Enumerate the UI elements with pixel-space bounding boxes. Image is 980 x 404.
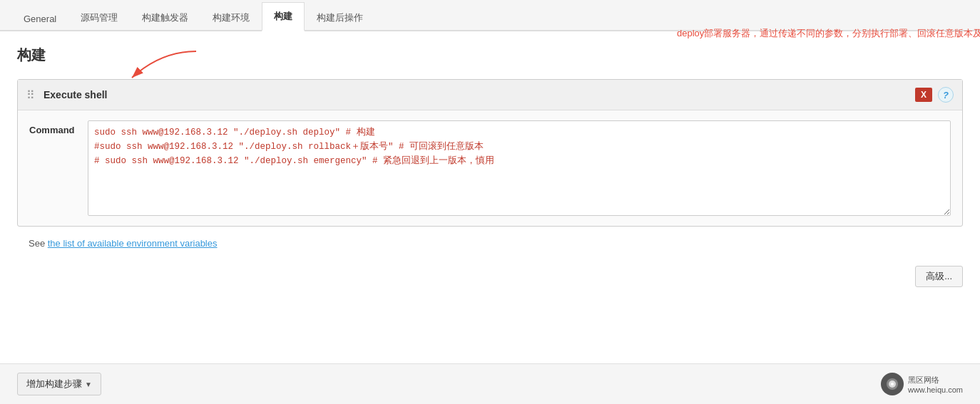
watermark: 黑区网络 www.heiqu.com [881, 373, 963, 388]
build-step-header: ⠿ Execute shell X ? [18, 80, 962, 110]
tab-bar: General 源码管理 构建触发器 构建环境 构建 构建后操作 [0, 0, 980, 31]
env-vars-note: See the list of available environment va… [17, 238, 963, 249]
tab-triggers[interactable]: 构建触发器 [130, 4, 200, 31]
main-content: 构建 deploy部署服务器，通过传递不同的参数，分别执行部署、回滚任意版本及紧… [0, 31, 980, 388]
drag-handle-icon[interactable]: ⠿ [26, 88, 35, 102]
chevron-down-icon: ▼ [85, 380, 92, 388]
watermark-logo-icon [881, 373, 904, 388]
tab-general[interactable]: General [11, 6, 68, 31]
bottom-bar: 增加构建步骤 ▼ 黑区网络 www.heiqu.com [0, 363, 980, 388]
close-step-button[interactable]: X [915, 88, 932, 102]
svg-point-3 [891, 383, 894, 385]
page-title: 构建 [17, 46, 963, 65]
add-step-label: 增加构建步骤 [26, 378, 82, 388]
tab-build[interactable]: 构建 [262, 2, 305, 31]
tab-env[interactable]: 构建环境 [200, 4, 262, 31]
command-field-row: Command [29, 120, 951, 216]
build-step-title: Execute shell [44, 89, 108, 100]
env-vars-prefix: See [29, 238, 48, 249]
advanced-btn-area: 高级... [17, 260, 963, 293]
build-step-execute-shell: deploy部署服务器，通过传递不同的参数，分别执行部署、回滚任意版本及紧急回滚… [17, 79, 963, 227]
add-step-button[interactable]: 增加构建步骤 ▼ [17, 373, 101, 388]
env-vars-link[interactable]: the list of available environment variab… [48, 238, 218, 249]
command-textarea[interactable] [88, 120, 951, 216]
watermark-url: www.heiqu.com [908, 385, 963, 388]
tab-post[interactable]: 构建后操作 [305, 4, 375, 31]
command-label: Command [29, 120, 79, 135]
tab-source[interactable]: 源码管理 [68, 4, 130, 31]
help-icon[interactable]: ? [938, 87, 954, 103]
build-step-header-right: X ? [915, 87, 954, 103]
advanced-button[interactable]: 高级... [915, 266, 963, 287]
watermark-site: 黑区网络 [908, 375, 963, 385]
build-step-title-area: ⠿ Execute shell [26, 88, 108, 102]
watermark-text: 黑区网络 www.heiqu.com [908, 375, 963, 388]
step-header-wrapper: deploy部署服务器，通过传递不同的参数，分别执行部署、回滚任意版本及紧急回滚… [18, 80, 962, 110]
build-step-body: Command [18, 110, 962, 226]
